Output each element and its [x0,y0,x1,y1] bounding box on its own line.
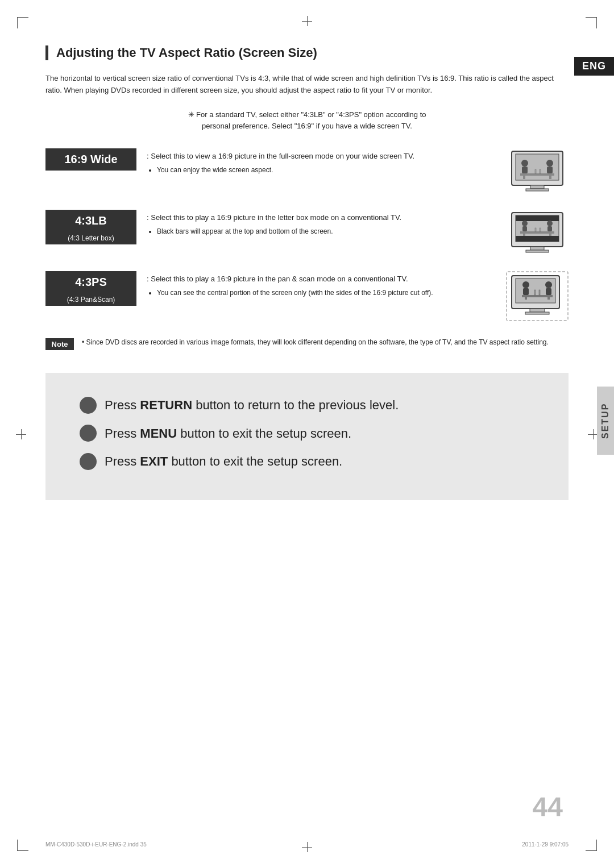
corner-mark-br [586,840,597,851]
circle-bullet-return [80,397,97,414]
circle-bullet-menu [80,425,97,442]
wide-desc-text: Select this to view a 16:9 picture in th… [151,152,414,160]
svg-rect-32 [525,312,549,314]
svg-rect-37 [523,288,529,295]
eng-badge: ENG [574,57,614,76]
lb-bullet: Black bars will appear at the top and bo… [157,226,496,237]
svg-point-38 [545,281,552,288]
svg-point-36 [522,281,529,288]
corner-mark-bl [17,840,28,851]
svg-point-20 [522,221,528,226]
tv-image-wide [506,148,569,194]
crosshair-bottom [302,842,312,852]
svg-rect-26 [530,247,544,250]
aspect-label-sub-lb: (4:3 Letter box) [45,232,136,244]
footer-right: 2011-1-29 9:07:05 [522,841,569,848]
tv-image-ps [506,271,569,321]
svg-rect-12 [540,169,541,173]
svg-rect-39 [546,288,551,295]
svg-rect-24 [535,228,536,231]
aspect-label-block-wide: 16:9 Wide [45,148,136,171]
footer-left: MM-C430D-530D-i-EUR-ENG-2.indd 35 [45,841,147,848]
svg-rect-35 [547,297,550,300]
svg-rect-27 [526,250,549,252]
aspect-desc-lb: : Select this to play a 16:9 picture in … [147,210,496,237]
press-menu-text: Press MENU button to exit the setup scre… [105,423,351,444]
main-content: Adjusting the TV Aspect Ratio (Screen Si… [45,45,569,500]
svg-rect-6 [549,176,551,179]
aspect-desc-wide: : Select this to view a 16:9 picture in … [147,148,496,176]
svg-point-22 [547,221,553,226]
svg-rect-17 [520,231,554,234]
aspect-section-lb: 4:3LB (4:3 Letter box) : Select this to … [45,210,569,255]
svg-rect-4 [520,173,554,176]
svg-rect-40 [534,290,536,295]
svg-rect-33 [522,295,553,297]
svg-rect-11 [535,169,536,173]
corner-mark-tr [586,17,597,28]
ps-bullet: You can see the central portion of the s… [157,288,496,298]
svg-rect-23 [547,226,552,231]
aspect-label-main-ps: 4:3PS [45,271,136,293]
svg-rect-5 [523,176,525,179]
press-return-text: Press RETURN button to return to the pre… [105,394,399,416]
press-exit-text: Press EXIT button to exit the setup scre… [105,451,342,472]
svg-rect-8 [522,167,528,173]
aspect-label-block-ps: 4:3PS (4:3 Pan&Scan) [45,271,136,306]
svg-rect-21 [522,226,527,231]
tv-image-lb [506,210,569,255]
aspect-desc-ps: : Select this to play a 16:9 picture in … [147,271,496,298]
corner-mark-tl [17,17,28,28]
circle-bullet-exit [80,453,97,470]
intro-text: The horizontal to vertical screen size r… [45,73,569,97]
star-note: ✳ For a standard TV, select either "4:3L… [45,109,569,133]
press-exit-instruction: Press EXIT button to exit the setup scre… [80,451,534,472]
aspect-section-wide: 16:9 Wide : Select this to view a 16:9 p… [45,148,569,194]
page-title: Adjusting the TV Aspect Ratio (Screen Si… [45,45,569,60]
svg-rect-31 [530,309,545,312]
star-note-line2: personal preference. Select "16:9" if yo… [45,121,569,132]
note-box: Note • Since DVD discs are recorded in v… [45,337,569,350]
svg-rect-10 [547,167,553,173]
svg-rect-19 [549,234,551,236]
aspect-label-sub-ps: (4:3 Pan&Scan) [45,293,136,306]
svg-rect-16 [516,236,559,242]
svg-rect-3 [526,189,549,191]
lb-desc-text: Select this to play a 16:9 picture in th… [151,213,401,222]
aspect-section-ps: 4:3PS (4:3 Pan&Scan) : Select this to pl… [45,271,569,321]
aspect-label-block-lb: 4:3LB (4:3 Letter box) [45,210,136,244]
setup-badge: SETUP [597,387,614,455]
note-text: • Since DVD discs are recorded in variou… [82,337,549,348]
svg-rect-2 [530,185,544,189]
press-return-instruction: Press RETURN button to return to the pre… [80,394,534,416]
press-menu-instruction: Press MENU button to exit the setup scre… [80,423,534,444]
aspect-label-main-wide: 16:9 Wide [45,148,136,171]
crosshair-left [16,429,26,439]
svg-rect-18 [523,234,525,236]
svg-rect-15 [516,215,559,221]
wide-bullet: You can enjoy the wide screen aspect. [157,165,496,176]
svg-rect-25 [540,228,541,231]
note-label: Note [45,338,74,350]
star-note-line1: ✳ For a standard TV, select either "4:3L… [45,109,569,121]
svg-rect-34 [525,297,527,300]
press-instructions-area: Press RETURN button to return to the pre… [45,373,569,500]
aspect-label-main-lb: 4:3LB [45,210,136,232]
svg-point-9 [546,160,553,167]
ps-desc-text: Select this to play a 16:9 picture in th… [151,275,408,283]
svg-rect-41 [539,290,540,295]
svg-point-7 [521,160,528,167]
page-number: 44 [533,791,563,823]
crosshair-top [302,16,312,26]
